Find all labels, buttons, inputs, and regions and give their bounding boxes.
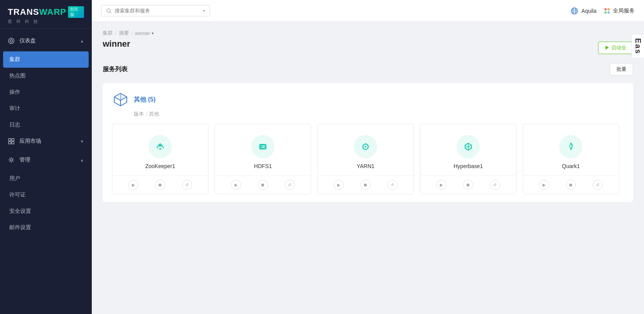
batch-button[interactable]: 批量 [610, 63, 633, 75]
section-card-other: 其他 (5) 版本：其他 [103, 83, 633, 202]
hyperbase-icon-wrap [457, 135, 480, 158]
hyperbase-start-btn[interactable]: ▶ [436, 180, 446, 190]
right-banner: Eas [632, 35, 644, 58]
dashboard-icon [8, 37, 15, 44]
service-list-title: 服务列表 [103, 65, 128, 74]
zookeeper-footer: ▶ ⏹ ↺ [112, 175, 208, 194]
hyperbase-name: Hyperbase1 [453, 163, 483, 169]
svg-point-26 [368, 147, 369, 149]
sidebar-item-cluster[interactable]: 集群 [3, 51, 89, 68]
zookeeper-stop-btn[interactable]: ⏹ [155, 180, 165, 190]
sidebar-item-audit[interactable]: 审计 [0, 100, 92, 117]
topbar-left: ▾ [101, 5, 210, 16]
sidebar-item-heatmap[interactable]: 热点图 [0, 68, 92, 84]
svg-point-6 [10, 159, 12, 161]
sidebar-item-email[interactable]: 邮件设置 [0, 219, 92, 236]
svg-marker-16 [121, 93, 127, 100]
topbar-right: Aquila 全局服务 [570, 7, 635, 15]
svg-rect-2 [9, 139, 11, 141]
service-grid: ZooKeeper1 ▶ ⏹ ↺ [112, 124, 624, 194]
log-label: 日志 [9, 121, 20, 128]
section-header-other: 其他 (5) [112, 91, 624, 108]
service-card-yarn: YARN1 ▶ ⏹ ↺ [317, 124, 414, 194]
dashboard-arrow: ▲ [80, 39, 84, 43]
hyperbase-stop-btn[interactable]: ⏹ [463, 180, 473, 190]
license-label: 许可证 [9, 191, 26, 198]
sidebar-item-security[interactable]: 安全设置 [0, 203, 92, 219]
heatmap-label: 热点图 [9, 72, 26, 79]
manage-label: 管理 [19, 156, 30, 163]
service-card-body-hyperbase: Hyperbase1 [420, 124, 516, 175]
logo-badge: 社区版 [68, 6, 84, 18]
sidebar-item-appmarket[interactable]: 应用市场 ▼ [0, 133, 92, 149]
zookeeper-start-btn[interactable]: ▶ [128, 180, 138, 190]
global-label: 全局服务 [613, 7, 635, 14]
sidebar-logo: TRANSWARP 社区版 星 环 科 技 [0, 0, 92, 29]
sidebar-item-dashboard[interactable]: 仪表盘 ▲ [0, 33, 92, 49]
zookeeper-name: ZooKeeper1 [145, 163, 175, 169]
section-count: (5) [148, 96, 156, 103]
svg-point-27 [365, 149, 366, 150]
appmarket-arrow: ▼ [80, 139, 84, 144]
svg-point-0 [9, 38, 14, 44]
svg-rect-5 [12, 142, 14, 144]
service-card-quark: Quark1 ▶ ⏹ ↺ [523, 124, 619, 194]
quark-restart-btn[interactable]: ↺ [593, 180, 603, 190]
service-card-body-quark: Quark1 [523, 124, 619, 175]
search-box[interactable]: ▾ [101, 5, 210, 16]
yarn-restart-btn[interactable]: ↺ [387, 180, 397, 190]
svg-point-25 [368, 145, 369, 146]
hdfs-start-btn[interactable]: ▶ [231, 180, 241, 190]
yarn-start-btn[interactable]: ▶ [334, 180, 344, 190]
svg-point-23 [365, 146, 366, 147]
search-icon [106, 8, 112, 14]
hdfs-stop-btn[interactable]: ⏹ [258, 180, 268, 190]
yarn-stop-btn[interactable]: ⏹ [360, 180, 371, 190]
logo-subtitle: 星 环 科 技 [8, 19, 39, 25]
users-label: 用户 [9, 175, 20, 182]
operation-label: 操作 [9, 89, 20, 96]
breadcrumb-chevron-icon: ▾ [152, 31, 154, 35]
yarn-icon [359, 140, 372, 153]
topbar-global[interactable]: 全局服务 [604, 7, 635, 14]
quark-stop-btn[interactable]: ⏹ [566, 180, 576, 190]
zookeeper-icon [154, 140, 166, 153]
svg-point-34 [570, 143, 572, 144]
hdfs-restart-btn[interactable]: ↺ [285, 180, 295, 190]
svg-rect-3 [12, 139, 14, 141]
email-label: 邮件设置 [9, 224, 31, 231]
sidebar-item-users[interactable]: 用户 [0, 170, 92, 187]
hdfs-icon-wrap [251, 135, 275, 158]
zookeeper-restart-btn[interactable]: ↺ [182, 180, 192, 190]
quark-name: Quark1 [562, 163, 580, 169]
quark-start-btn[interactable]: ▶ [539, 180, 549, 190]
service-card-body-zookeeper: ZooKeeper1 [112, 124, 208, 175]
topbar-user[interactable]: Aquila [570, 7, 597, 15]
sidebar-item-manage[interactable]: 管理 ▲ [0, 152, 92, 168]
start-all-button[interactable]: ▶ 启动全 [598, 42, 633, 54]
breadcrumb: 集群 / 摘要 / winner ▾ [103, 30, 633, 37]
topbar: ▾ Aquila 全局 [92, 0, 644, 22]
main-area: ▾ Aquila 全局 [92, 0, 644, 314]
service-card-body-yarn: YARN1 [318, 124, 413, 175]
quark-icon-wrap [559, 135, 583, 158]
search-input[interactable] [115, 8, 200, 14]
quark-icon [565, 140, 577, 153]
manage-icon [8, 156, 15, 163]
page-title: winner [103, 39, 130, 49]
yarn-name: YARN1 [357, 163, 374, 169]
section-cube-icon [112, 91, 129, 108]
hyperbase-restart-btn[interactable]: ↺ [490, 180, 500, 190]
logo-top: TRANSWARP 社区版 [8, 6, 84, 18]
appmarket-label: 应用市场 [19, 138, 41, 145]
sidebar-item-log[interactable]: 日志 [0, 117, 92, 133]
search-chevron-icon: ▾ [203, 9, 205, 13]
sidebar-item-license[interactable]: 许可证 [0, 187, 92, 203]
breadcrumb-current[interactable]: winner ▾ [135, 30, 153, 36]
breadcrumb-cluster[interactable]: 集群 [103, 30, 113, 37]
manage-arrow: ▲ [80, 158, 84, 162]
yarn-icon-wrap [354, 135, 377, 158]
breadcrumb-summary[interactable]: 摘要 [119, 30, 129, 37]
global-icon [604, 8, 611, 14]
sidebar-item-operation[interactable]: 操作 [0, 84, 92, 100]
